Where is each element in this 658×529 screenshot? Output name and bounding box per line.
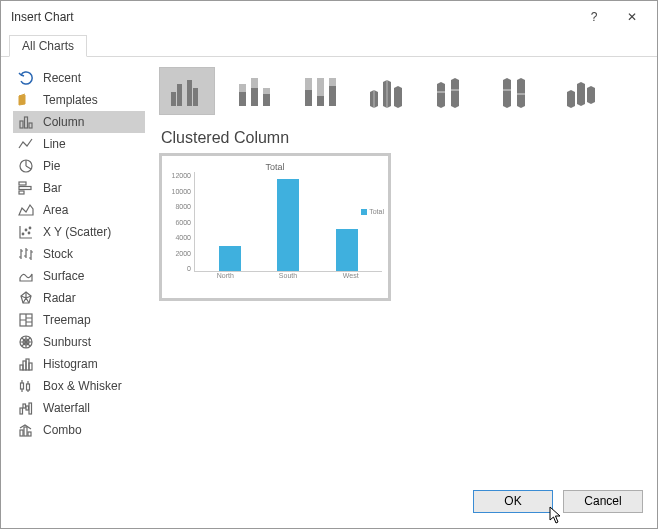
svg-rect-31 [193, 88, 198, 106]
sidebar-item-recent[interactable]: Recent [13, 67, 145, 89]
histogram-icon [17, 355, 35, 373]
sidebar-item-pie[interactable]: Pie [13, 155, 145, 177]
sidebar-item-templates[interactable]: Templates [13, 89, 145, 111]
sidebar-item-label: Surface [43, 269, 84, 283]
insert-chart-dialog: Insert Chart ? ✕ All Charts Recent Templ… [0, 0, 658, 529]
svg-rect-0 [20, 121, 23, 128]
treemap-icon [17, 311, 35, 329]
sidebar-item-bar[interactable]: Bar [13, 177, 145, 199]
svg-rect-35 [251, 78, 258, 88]
help-button[interactable]: ? [575, 3, 613, 31]
sidebar-item-label: Histogram [43, 357, 98, 371]
tab-all-charts[interactable]: All Charts [9, 35, 87, 57]
preview-bar [277, 179, 299, 271]
subtype-100-stacked-column[interactable] [291, 67, 347, 115]
sidebar-item-label: Box & Whisker [43, 379, 122, 393]
sidebar-item-sunburst[interactable]: Sunburst [13, 331, 145, 353]
scatter-icon [17, 223, 35, 241]
sidebar-item-label: Treemap [43, 313, 91, 327]
sidebar-item-label: Waterfall [43, 401, 90, 415]
sidebar-item-label: Area [43, 203, 68, 217]
sidebar-item-column[interactable]: Column [13, 111, 145, 133]
svg-rect-37 [263, 88, 270, 94]
combo-icon [17, 421, 35, 439]
subtype-3d-clustered-column[interactable] [357, 67, 413, 115]
svg-rect-23 [26, 406, 29, 410]
sidebar-item-label: Pie [43, 159, 60, 173]
cancel-button[interactable]: Cancel [563, 490, 643, 513]
preview-bar [336, 229, 358, 271]
sidebar-item-waterfall[interactable]: Waterfall [13, 397, 145, 419]
svg-rect-25 [20, 430, 23, 436]
svg-rect-30 [187, 80, 192, 106]
sidebar-item-surface[interactable]: Surface [13, 265, 145, 287]
close-icon: ✕ [627, 10, 637, 24]
svg-rect-41 [317, 78, 324, 96]
chart-type-sidebar: Recent Templates Column Line Pie Bar [13, 67, 145, 476]
svg-rect-29 [177, 84, 182, 106]
svg-rect-18 [29, 363, 32, 370]
sidebar-item-label: Line [43, 137, 66, 151]
svg-rect-20 [27, 384, 30, 390]
bar-icon [17, 179, 35, 197]
legend-swatch [361, 209, 367, 215]
svg-rect-39 [305, 78, 312, 90]
preview-y-axis: 12000 10000 8000 6000 4000 2000 0 [168, 172, 194, 272]
subtype-3d-column[interactable] [555, 67, 611, 115]
help-icon: ? [591, 10, 598, 24]
svg-rect-22 [23, 404, 26, 408]
recent-icon [17, 69, 35, 87]
svg-rect-43 [329, 78, 336, 86]
sidebar-item-scatter[interactable]: X Y (Scatter) [13, 221, 145, 243]
sidebar-item-label: Recent [43, 71, 81, 85]
column-icon [17, 113, 35, 131]
dialog-footer: OK Cancel [1, 484, 657, 528]
sidebar-item-radar[interactable]: Radar [13, 287, 145, 309]
tabstrip: All Charts [1, 33, 657, 57]
sidebar-item-label: Bar [43, 181, 62, 195]
radar-icon [17, 289, 35, 307]
svg-point-7 [22, 233, 24, 235]
subtype-3d-100-stacked-column[interactable] [489, 67, 545, 115]
sidebar-item-stock[interactable]: Stock [13, 243, 145, 265]
svg-point-10 [29, 227, 31, 229]
titlebar: Insert Chart ? ✕ [1, 1, 657, 33]
ok-button[interactable]: OK [473, 490, 553, 513]
svg-rect-4 [19, 182, 26, 185]
sidebar-item-label: Templates [43, 93, 98, 107]
pie-icon [17, 157, 35, 175]
sidebar-item-label: Combo [43, 423, 82, 437]
svg-rect-1 [25, 117, 28, 128]
sidebar-item-area[interactable]: Area [13, 199, 145, 221]
sidebar-item-line[interactable]: Line [13, 133, 145, 155]
sidebar-item-box-whisker[interactable]: Box & Whisker [13, 375, 145, 397]
subtype-clustered-column[interactable] [159, 67, 215, 115]
sidebar-item-label: Column [43, 115, 84, 129]
svg-rect-26 [24, 427, 27, 436]
preview-x-axis: North South West [168, 272, 382, 279]
sidebar-item-label: Radar [43, 291, 76, 305]
preview-chart-title: Total [168, 162, 382, 172]
stock-icon [17, 245, 35, 263]
subtype-3d-stacked-column[interactable] [423, 67, 479, 115]
dialog-body: Recent Templates Column Line Pie Bar [1, 57, 657, 484]
chart-subtype-title: Clustered Column [161, 129, 645, 147]
box-whisker-icon [17, 377, 35, 395]
line-icon [17, 135, 35, 153]
svg-rect-33 [239, 84, 246, 92]
sidebar-item-histogram[interactable]: Histogram [13, 353, 145, 375]
chart-preview[interactable]: Total 12000 10000 8000 6000 4000 2000 0 [159, 153, 391, 301]
templates-icon [17, 91, 35, 109]
surface-icon [17, 267, 35, 285]
close-button[interactable]: ✕ [613, 3, 651, 31]
legend-label: Total [369, 208, 384, 215]
subtype-stacked-column[interactable] [225, 67, 281, 115]
svg-rect-2 [29, 123, 32, 128]
sidebar-item-combo[interactable]: Combo [13, 419, 145, 441]
preview-bar [219, 246, 241, 271]
sidebar-item-label: Sunburst [43, 335, 91, 349]
svg-point-8 [25, 229, 27, 231]
sidebar-item-treemap[interactable]: Treemap [13, 309, 145, 331]
sidebar-item-label: X Y (Scatter) [43, 225, 111, 239]
preview-bars-area [194, 172, 382, 272]
